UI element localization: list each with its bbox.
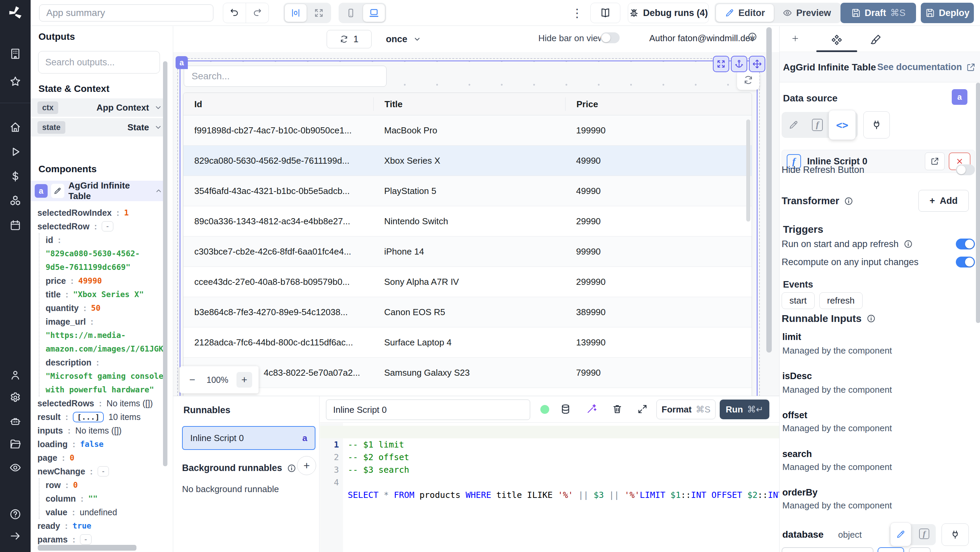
- template-mode-button[interactable]: f: [805, 119, 829, 131]
- info-icon[interactable]: [747, 32, 757, 42]
- state-row[interactable]: state State: [30, 118, 167, 137]
- prop-params[interactable]: params:-: [37, 533, 167, 546]
- connect-mode-button[interactable]: [863, 111, 890, 138]
- deploy-button[interactable]: Deploy: [921, 3, 974, 23]
- move-component-button[interactable]: [749, 56, 765, 72]
- rename-component-button[interactable]: [51, 184, 64, 198]
- table-row[interactable]: 4c83-8022-5e70a07a2...Samsung Galaxy S23…: [183, 358, 752, 388]
- runs-icon[interactable]: [9, 146, 21, 158]
- variables-icon[interactable]: [9, 170, 21, 182]
- anchor-component-button[interactable]: [731, 56, 747, 72]
- prop-selectedRowIndex[interactable]: selectedRowIndex:1: [37, 206, 167, 220]
- watch-icon[interactable]: [9, 461, 21, 474]
- prop-title[interactable]: title:"Xbox Series X": [46, 288, 167, 301]
- centered-layout-button[interactable]: [285, 4, 307, 22]
- hide-bar-toggle[interactable]: [601, 32, 620, 43]
- mobile-view-button[interactable]: [340, 4, 362, 22]
- runnable-item-inline-script-0[interactable]: Inline Script 0 a: [182, 426, 315, 450]
- draft-button[interactable]: Draft ⌘S: [840, 3, 916, 23]
- prop-ready[interactable]: ready:true: [37, 519, 167, 533]
- resources-icon[interactable]: [9, 195, 21, 207]
- prop-row[interactable]: row:0: [46, 478, 167, 492]
- desktop-view-button[interactable]: [363, 4, 385, 22]
- home-icon[interactable]: [9, 121, 21, 134]
- settings-vertical-scrollbar[interactable]: [976, 83, 980, 323]
- expand-editor-icon[interactable]: [637, 404, 648, 415]
- trash-icon[interactable]: [612, 404, 623, 415]
- full-width-layout-button[interactable]: [308, 4, 330, 22]
- chevron-down-icon[interactable]: [154, 123, 163, 132]
- docs-button[interactable]: [590, 3, 620, 23]
- windmill-logo-icon[interactable]: [7, 5, 24, 21]
- prop-page[interactable]: page:0: [37, 451, 167, 465]
- app-summary-input[interactable]: [39, 5, 213, 21]
- component-output-row[interactable]: a AgGrid Infinite Table: [30, 181, 167, 201]
- code-line-4[interactable]: 4 SELECT * FROM products WHERE title ILI…: [320, 463, 779, 476]
- chevron-down-icon[interactable]: [154, 103, 163, 112]
- tab-editor[interactable]: Editor: [716, 4, 774, 22]
- code-line-3[interactable]: 3-- $3 search: [320, 451, 779, 463]
- info-icon[interactable]: [866, 314, 876, 323]
- tab-preview[interactable]: Preview: [774, 4, 840, 22]
- aggrid-component[interactable]: a Id Title Price f991898d-cb27-4ac7-b10c…: [180, 60, 757, 396]
- ctx-row[interactable]: ctx App Context: [30, 99, 167, 117]
- account-icon[interactable]: [9, 369, 21, 381]
- undo-button[interactable]: [223, 3, 246, 23]
- static-mode-button[interactable]: [782, 120, 805, 130]
- table-row-selected[interactable]: 829ca080-5630-4562-9d5e-7611199d...Xbox …: [183, 146, 752, 176]
- database-action-button-cut[interactable]: [909, 547, 931, 552]
- see-documentation-link[interactable]: See documentation: [877, 62, 975, 73]
- canvas-vertical-scrollbar[interactable]: [766, 27, 772, 353]
- database-icon[interactable]: [560, 404, 571, 415]
- prop-loading[interactable]: loading:false: [37, 437, 167, 451]
- prop-quantity[interactable]: quantity:50: [46, 301, 167, 315]
- info-icon[interactable]: [844, 196, 853, 206]
- refresh-count-button[interactable]: 1: [327, 30, 372, 48]
- prop-newChange[interactable]: newChange:-: [37, 465, 167, 478]
- table-row[interactable]: 89c0a336-1343-4812-ac34-e4bb8e27...Ninte…: [183, 206, 752, 237]
- insert-component-tab[interactable]: [786, 32, 807, 47]
- database-template-mode-button[interactable]: f: [916, 528, 933, 539]
- styling-tab[interactable]: [865, 32, 886, 47]
- schedules-icon[interactable]: [9, 219, 21, 231]
- prop-result[interactable]: result:[...]10 items: [37, 410, 167, 424]
- canvas-area[interactable]: a Id Title Price f991898d-cb27-4ac7-b10c…: [173, 52, 779, 396]
- database-connect-mode-button[interactable]: [942, 523, 969, 546]
- prop-price[interactable]: price:49990: [46, 274, 167, 288]
- event-refresh-pill[interactable]: refresh: [819, 292, 862, 309]
- hide-refresh-toggle[interactable]: [956, 164, 975, 175]
- prop-value[interactable]: value:undefined: [46, 505, 167, 519]
- code-mode-button-active[interactable]: <>: [829, 110, 856, 140]
- database-picker-button-cut[interactable]: [878, 547, 904, 552]
- collapse-toggle[interactable]: -: [102, 221, 113, 231]
- database-value-input-cut[interactable]: [782, 547, 873, 552]
- collapse-toggle[interactable]: -: [98, 466, 109, 476]
- collapse-toggle[interactable]: -: [80, 534, 91, 544]
- settings-icon[interactable]: [9, 391, 21, 404]
- favorites-icon[interactable]: [9, 76, 21, 88]
- table-row[interactable]: c303bce7-cb2e-42c6-8fdf-6aa01fc4e4...iPh…: [183, 237, 752, 267]
- script-name-input[interactable]: [326, 399, 530, 420]
- run-button[interactable]: Run⌘↵: [720, 399, 769, 419]
- component-settings-tab[interactable]: [827, 32, 847, 47]
- format-button[interactable]: Format⌘S: [656, 399, 716, 419]
- prop-image-url[interactable]: image_url:: [46, 315, 167, 328]
- collapse-sidebar-icon[interactable]: [9, 530, 21, 542]
- info-icon[interactable]: [904, 239, 913, 249]
- table-search-input[interactable]: [184, 66, 387, 87]
- add-background-runnable-button[interactable]: +: [297, 456, 316, 475]
- table-row[interactable]: b3e864c8-7fe3-4270-89e9-54c12038...Canon…: [183, 297, 752, 328]
- outputs-horizontal-scrollbar[interactable]: [38, 545, 137, 550]
- zoom-in-button[interactable]: +: [237, 372, 252, 388]
- outputs-vertical-scrollbar[interactable]: [163, 61, 167, 466]
- help-icon[interactable]: [9, 508, 21, 520]
- redo-button[interactable]: [246, 3, 269, 23]
- folders-icon[interactable]: [9, 438, 21, 450]
- recompute-toggle[interactable]: [956, 257, 975, 267]
- zoom-out-button[interactable]: −: [186, 374, 198, 386]
- info-icon[interactable]: [287, 463, 296, 473]
- code-line-2[interactable]: 2-- $2 offset: [320, 438, 779, 451]
- schedule-select[interactable]: once: [382, 30, 426, 48]
- table-vertical-scrollbar[interactable]: [746, 119, 750, 221]
- table-row[interactable]: 354f6afd-43ac-4321-b1bc-0b5e5adcb...Play…: [183, 176, 752, 206]
